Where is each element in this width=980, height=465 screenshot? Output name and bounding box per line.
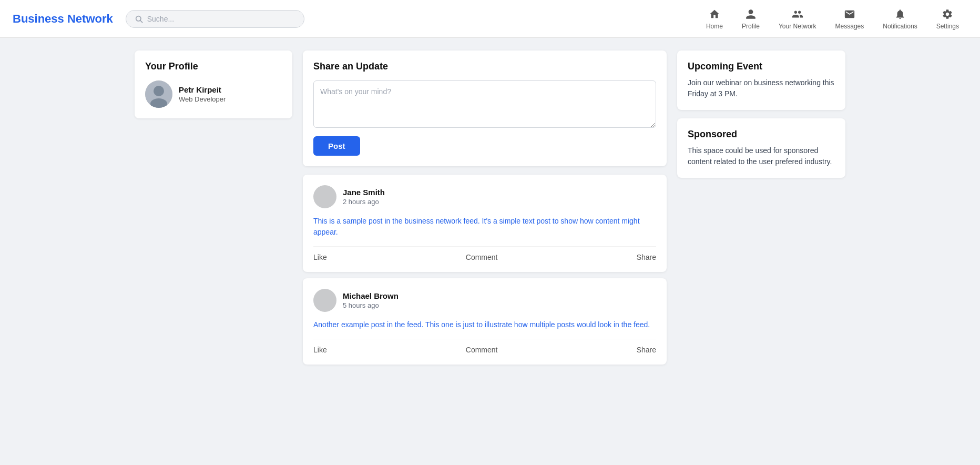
home-icon — [708, 8, 721, 21]
sponsored-text: This space could be used for sponsored c… — [688, 145, 835, 167]
nav-item-profile[interactable]: Profile — [733, 4, 768, 34]
nav-label-messages: Messages — [835, 23, 864, 30]
nav-item-home[interactable]: Home — [698, 4, 731, 34]
profile-details: Petr Kirpeit Web Developer — [179, 85, 226, 103]
nav-item-settings[interactable]: Settings — [928, 4, 967, 34]
svg-line-1 — [140, 21, 142, 23]
upcoming-event-title: Upcoming Event — [688, 61, 835, 72]
profile-icon — [744, 8, 757, 21]
main-nav: Home Profile Your Network Messages — [698, 4, 967, 34]
search-input[interactable] — [147, 15, 295, 23]
main-container: Your Profile Petr Kirpeit Web Developer — [122, 38, 858, 383]
comment-button[interactable]: Comment — [466, 253, 498, 261]
share-update-card: Share an Update Post — [303, 50, 667, 166]
feed: Share an Update Post Jane Smith 2 hours … — [303, 50, 667, 371]
like-button[interactable]: Like — [313, 346, 327, 354]
update-textarea[interactable] — [313, 80, 656, 128]
nav-label-profile: Profile — [742, 23, 760, 30]
post-actions: Like Comment Share — [313, 339, 656, 354]
post-header: Jane Smith 2 hours ago — [313, 185, 656, 208]
notifications-icon — [894, 8, 906, 21]
nav-item-messages[interactable]: Messages — [827, 4, 873, 34]
share-button[interactable]: Share — [637, 346, 656, 354]
profile-name: Petr Kirpeit — [179, 85, 226, 94]
post-meta: Jane Smith 2 hours ago — [343, 188, 385, 206]
upcoming-event-card: Upcoming Event Join our webinar on busin… — [677, 50, 845, 110]
right-sidebar: Upcoming Event Join our webinar on busin… — [677, 50, 845, 371]
profile-card: Your Profile Petr Kirpeit Web Developer — [135, 50, 292, 118]
post-body: This is a sample post in the business ne… — [313, 216, 656, 238]
search-icon — [135, 15, 143, 23]
profile-card-title: Your Profile — [145, 61, 282, 72]
post-time: 2 hours ago — [343, 198, 385, 206]
post-avatar — [313, 185, 336, 208]
share-button[interactable]: Share — [637, 253, 656, 261]
upcoming-event-text: Join our webinar on business networking … — [688, 77, 835, 99]
nav-label-notifications: Notifications — [883, 23, 917, 30]
profile-role: Web Developer — [179, 95, 226, 103]
left-sidebar: Your Profile Petr Kirpeit Web Developer — [135, 50, 292, 371]
post-card: Jane Smith 2 hours ago This is a sample … — [303, 175, 667, 272]
post-time: 5 hours ago — [343, 301, 399, 309]
messages-icon — [843, 8, 856, 21]
network-icon — [791, 8, 804, 21]
nav-item-your-network[interactable]: Your Network — [770, 4, 825, 34]
nav-label-settings: Settings — [936, 23, 959, 30]
post-meta: Michael Brown 5 hours ago — [343, 291, 399, 309]
avatar — [145, 80, 172, 108]
svg-point-3 — [154, 86, 164, 96]
app-logo[interactable]: Business Network — [13, 12, 113, 26]
post-body: Another example post in the feed. This o… — [313, 319, 656, 330]
nav-label-home: Home — [706, 23, 723, 30]
post-actions: Like Comment Share — [313, 246, 656, 261]
share-update-title: Share an Update — [313, 61, 656, 72]
search-bar — [126, 10, 304, 28]
post-card: Michael Brown 5 hours ago Another exampl… — [303, 278, 667, 365]
profile-info: Petr Kirpeit Web Developer — [145, 80, 282, 108]
post-header: Michael Brown 5 hours ago — [313, 289, 656, 312]
sponsored-card: Sponsored This space could be used for s… — [677, 118, 845, 178]
post-author: Jane Smith — [343, 188, 385, 197]
comment-button[interactable]: Comment — [466, 346, 498, 354]
post-author: Michael Brown — [343, 291, 399, 300]
post-avatar — [313, 289, 336, 312]
like-button[interactable]: Like — [313, 253, 327, 261]
sponsored-title: Sponsored — [688, 129, 835, 140]
nav-item-notifications[interactable]: Notifications — [874, 4, 925, 34]
settings-icon — [941, 8, 954, 21]
nav-label-your-network: Your Network — [779, 23, 816, 30]
post-button[interactable]: Post — [313, 136, 360, 156]
